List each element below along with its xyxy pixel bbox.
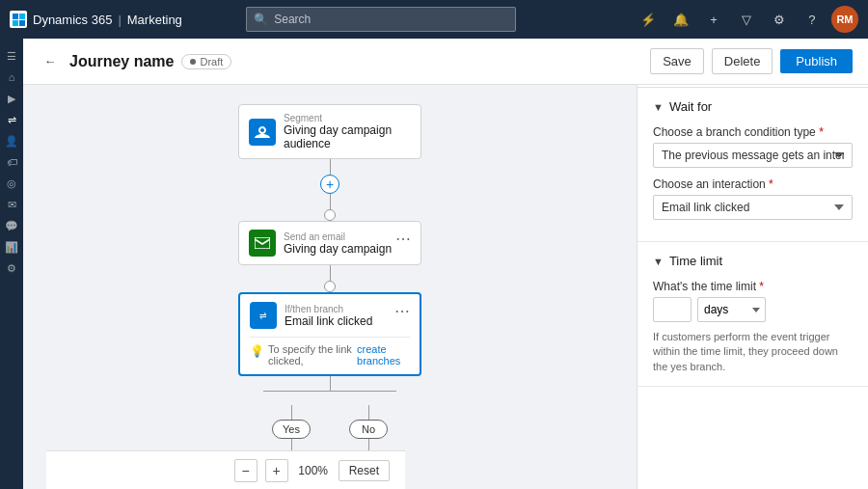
toolbar-actions: Save Delete Publish [650,48,853,74]
ifthen-content: If/then branch Email link clicked [285,304,410,328]
sidebar-item-settings2[interactable]: ⚙ [2,258,21,278]
nav-icon-group: ⚡ 🔔 + ▽ ⚙ ? RM [635,6,858,33]
time-unit-select[interactable]: dayshoursminutes [697,297,766,322]
top-navigation: Dynamics 365 | Marketing 🔍 ⚡ 🔔 + ▽ ⚙ ? R… [0,0,868,39]
app-logo-icon [10,11,27,28]
connector-line-1b [330,194,331,209]
app-name: Dynamics 365 [33,13,112,27]
zoom-out-button[interactable]: − [234,459,258,482]
ifthen-label: If/then branch [285,304,410,314]
time-limit-field-label: What's the time limit * [653,280,853,293]
time-limit-label: Time limit [669,254,722,268]
zoom-level-display: 100% [296,464,331,477]
sidebar-item-people[interactable]: 👤 [2,131,21,150]
gear-icon[interactable]: ⚙ [766,6,793,33]
time-limit-hint: If customers perform the event trigger w… [653,330,853,374]
add-node-button-1[interactable]: + [320,175,339,194]
search-bar: 🔍 [246,7,516,32]
sidebar-item-home[interactable]: ⌂ [2,68,21,87]
connector-2 [324,265,336,292]
ifthen-node[interactable]: ⇌ If/then branch Email link clicked ⋯ 💡 … [238,292,421,376]
bell-icon[interactable]: 🔔 [667,6,694,33]
interaction-select[interactable]: Email link clickedEmail openedEmail boun… [653,195,853,220]
yes-badge: Yes [272,420,311,439]
sidebar-item-tag[interactable]: 🏷 [2,152,21,172]
help-icon[interactable]: ? [799,6,826,33]
journey-canvas: Segment Giving day campaign audience + S… [23,85,637,489]
publish-button[interactable]: Publish [780,49,853,73]
sidebar-item-play[interactable]: ▶ [2,89,21,108]
ifthen-node-more-button[interactable]: ⋯ [393,302,412,321]
zoom-in-button[interactable]: + [265,459,288,482]
journey-flow: Segment Giving day campaign audience + S… [23,85,637,450]
search-icon: 🔍 [254,13,268,26]
email-label: Send an email [284,231,411,242]
condition-type-select[interactable]: The previous message gets an interaction… [653,143,853,168]
time-value-input[interactable]: 2 [653,297,692,322]
avatar[interactable]: RM [831,6,858,33]
save-button[interactable]: Save [650,48,704,74]
email-title: Giving day campaign [284,242,411,256]
draft-label: Draft [200,56,223,68]
svg-rect-3 [19,20,25,26]
svg-rect-0 [13,14,18,19]
connector-1: + [320,159,339,221]
segment-node-content: Segment Giving day campaign audience [284,113,411,150]
reset-button[interactable]: Reset [339,460,390,481]
app-logo[interactable]: Dynamics 365 | Marketing [10,11,182,28]
status-badge: Draft [181,54,231,69]
segment-icon [249,119,276,146]
wait-for-arrow-icon: ▼ [653,101,664,113]
branch-divider [219,376,441,405]
ifthen-header: ⇌ If/then branch Email link clicked ⋯ [250,302,410,329]
page-title: Journey name [69,53,174,70]
time-required: * [759,280,764,293]
connector-line-2 [330,265,331,281]
filter-icon[interactable]: ▽ [733,6,760,33]
interaction-label: Choose an interaction * [653,177,853,191]
wait-for-section: ▼ Wait for Choose a branch condition typ… [637,88,868,242]
condition-type-label: Choose a branch condition type * [653,125,853,139]
time-limit-toggle[interactable]: ▼ Time limit [653,254,853,268]
plus-icon[interactable]: + [700,6,727,33]
time-limit-arrow-icon: ▼ [653,256,664,267]
ifthen-icon: ⇌ [250,302,277,329]
sidebar-item-target[interactable]: ◎ [2,174,21,193]
sidebar-item-menu[interactable]: ☰ [2,46,21,66]
wait-for-label: Wait for [669,99,712,114]
svg-rect-1 [19,14,25,19]
no-badge: No [349,420,388,439]
email-node[interactable]: Send an email Giving day campaign ⋯ [238,221,421,265]
ifthen-title: Email link clicked [285,314,410,328]
email-node-more-button[interactable]: ⋯ [393,230,413,249]
left-sidebar: ☰ ⌂ ▶ ⇌ 👤 🏷 ◎ ✉ 💬 📊 ⚙ [0,39,23,489]
time-limit-row: 2 dayshoursminutes [653,297,853,322]
segment-label: Segment [284,113,411,123]
ifthen-hint-text: To specify the link clicked, [268,343,353,367]
create-branches-link[interactable]: create branches [357,343,410,367]
no-branch-line [368,405,369,420]
right-panel: If/then branch × ▼ Wait for Choose a bra… [637,39,868,489]
email-node-icon [249,230,276,257]
hint-bulb-icon: 💡 [250,344,264,358]
sidebar-item-chat[interactable]: 💬 [2,216,21,235]
back-arrow-icon: ← [44,54,57,68]
time-limit-section: ▼ Time limit What's the time limit * 2 d… [637,242,868,387]
search-input[interactable] [246,7,516,32]
wait-for-toggle[interactable]: ▼ Wait for [653,99,853,114]
lightning-icon[interactable]: ⚡ [635,6,662,33]
yes-branch-line [291,405,292,420]
sidebar-item-analytics[interactable]: 📊 [2,237,21,257]
delete-button[interactable]: Delete [712,48,773,74]
interaction-required: * [769,177,773,191]
svg-rect-4 [255,237,270,249]
app-module: Marketing [127,13,182,27]
connector-circle-2 [324,281,336,292]
connector-line-1 [330,159,331,175]
sidebar-item-journey[interactable]: ⇌ [2,110,21,129]
sidebar-item-email[interactable]: ✉ [2,195,21,214]
back-button[interactable]: ← [39,50,62,73]
segment-node[interactable]: Segment Giving day campaign audience [238,104,421,159]
draft-dot-icon [190,59,196,65]
connector-circle-1 [324,209,336,221]
